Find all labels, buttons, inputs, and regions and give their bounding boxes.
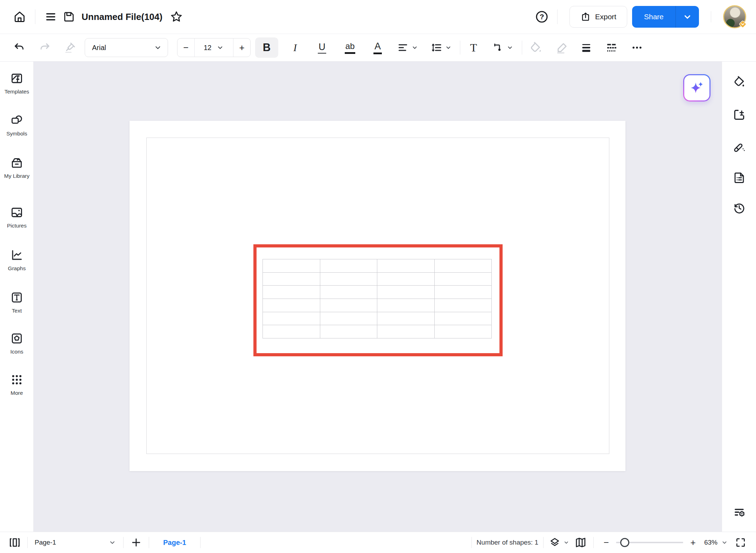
sidebar-item-pictures[interactable]: Pictures	[0, 206, 34, 229]
font-color-button[interactable]: A	[368, 37, 387, 58]
pictures-icon	[10, 206, 23, 219]
italic-button[interactable]: I	[285, 37, 305, 58]
table-cell[interactable]	[263, 286, 320, 299]
sidebar-item-label: Symbols	[5, 130, 28, 137]
table-cell[interactable]	[263, 273, 320, 286]
fill-color-button[interactable]	[526, 37, 545, 58]
table-cell[interactable]	[435, 273, 492, 286]
statusbar-separator	[123, 537, 124, 548]
help-button[interactable]: ?	[533, 8, 551, 26]
chevron-down-icon	[108, 539, 116, 546]
user-avatar[interactable]	[723, 5, 746, 28]
chevron-down-icon	[683, 12, 692, 21]
font-size-decrease-button[interactable]: −	[177, 38, 194, 57]
table-cell[interactable]	[377, 286, 434, 299]
table-cell[interactable]	[435, 299, 492, 312]
shape-data-settings-button[interactable]	[729, 503, 749, 523]
table-cell[interactable]	[320, 286, 377, 299]
line-color-button[interactable]	[552, 37, 572, 58]
templates-icon	[10, 72, 23, 85]
table-cell[interactable]	[320, 299, 377, 312]
share-options-button[interactable]	[676, 6, 699, 28]
layers-button[interactable]	[548, 535, 570, 550]
font-family-select[interactable]: Arial	[85, 38, 168, 57]
table-cell[interactable]	[320, 325, 377, 338]
table-cell[interactable]	[263, 325, 320, 338]
format-painter-button[interactable]	[60, 37, 80, 58]
symbols-icon	[10, 114, 23, 127]
chevron-down-icon	[216, 44, 224, 51]
table-cell[interactable]	[320, 312, 377, 325]
redo-button[interactable]	[35, 37, 55, 58]
fullscreen-button[interactable]	[733, 535, 748, 550]
font-size-control: − 12 +	[177, 38, 251, 57]
history-button[interactable]	[729, 198, 749, 218]
table-cell[interactable]	[435, 259, 492, 272]
add-page-button[interactable]	[128, 535, 144, 550]
table-cell[interactable]	[377, 273, 434, 286]
table-cell[interactable]	[377, 259, 434, 272]
notes-button[interactable]	[729, 168, 749, 188]
document-title[interactable]: Unnamed File(104)	[82, 12, 162, 22]
style-brush-button[interactable]	[729, 137, 749, 157]
table-cell[interactable]	[320, 273, 377, 286]
zoom-slider-thumb[interactable]	[620, 538, 629, 547]
home-button[interactable]	[10, 8, 29, 26]
ai-assistant-button[interactable]	[683, 74, 710, 102]
diagram-editor-app: Unnamed File(104) ? Export Share	[0, 0, 756, 553]
table-cell[interactable]	[435, 325, 492, 338]
font-size-select[interactable]: 12	[194, 38, 233, 57]
statusbar-separator	[149, 537, 149, 548]
line-spacing-button[interactable]	[426, 37, 456, 58]
sidebar-item-graphs[interactable]: Graphs	[0, 248, 34, 272]
align-lines-icon	[397, 42, 408, 53]
sidebar-item-templates[interactable]: Templates	[0, 72, 34, 95]
table-cell[interactable]	[377, 325, 434, 338]
sidebar-item-text[interactable]: Text	[0, 291, 34, 314]
favorite-button[interactable]	[167, 8, 186, 26]
text-tool-button[interactable]: T	[464, 37, 483, 58]
more-tools-button[interactable]	[627, 37, 647, 58]
document-page[interactable]	[130, 121, 625, 471]
sidebar-item-my-library[interactable]: My Library	[0, 156, 34, 179]
bold-button[interactable]: B	[255, 37, 278, 58]
table-cell[interactable]	[435, 312, 492, 325]
sidebar-item-symbols[interactable]: Symbols	[0, 114, 34, 137]
connector-tool-button[interactable]	[488, 37, 518, 58]
zoom-out-button[interactable]: −	[598, 535, 614, 550]
pages-panel-button[interactable]	[7, 535, 22, 550]
zoom-slider[interactable]	[616, 538, 683, 547]
table-cell[interactable]	[263, 299, 320, 312]
theme-fill-button[interactable]	[729, 72, 749, 92]
table-cell[interactable]	[320, 259, 377, 272]
table-cell[interactable]	[377, 299, 434, 312]
highlight-color-button[interactable]: ab	[340, 37, 360, 58]
fill-drop-icon	[733, 75, 746, 89]
minimap-button[interactable]	[573, 535, 588, 550]
undo-button[interactable]	[9, 37, 29, 58]
page-tab-active[interactable]: Page-1	[154, 539, 195, 547]
main-menu-button[interactable]	[42, 8, 60, 26]
zoom-level-select[interactable]: 63%	[704, 539, 728, 546]
underline-button[interactable]: U	[312, 37, 332, 58]
table-cell[interactable]	[263, 312, 320, 325]
line-width-button[interactable]	[576, 37, 596, 58]
table-cell[interactable]	[263, 259, 320, 272]
page-selector[interactable]: Page-1	[33, 539, 118, 546]
statusbar-separator	[200, 537, 201, 548]
share-button[interactable]: Share	[632, 6, 676, 28]
font-size-increase-button[interactable]: +	[233, 38, 250, 57]
sidebar-item-label: More	[9, 390, 24, 396]
page-setup-button[interactable]	[729, 105, 749, 125]
table-shape[interactable]	[262, 259, 492, 338]
table-cell[interactable]	[435, 286, 492, 299]
sidebar-item-icons[interactable]: Icons	[0, 332, 34, 355]
line-style-button[interactable]	[602, 37, 621, 58]
save-button[interactable]	[60, 8, 78, 26]
drawing-canvas[interactable]	[34, 62, 722, 532]
sidebar-item-more[interactable]: More	[0, 373, 34, 396]
table-cell[interactable]	[377, 312, 434, 325]
text-align-button[interactable]	[393, 37, 423, 58]
zoom-in-button[interactable]: +	[685, 535, 701, 550]
export-button[interactable]: Export	[569, 6, 627, 28]
